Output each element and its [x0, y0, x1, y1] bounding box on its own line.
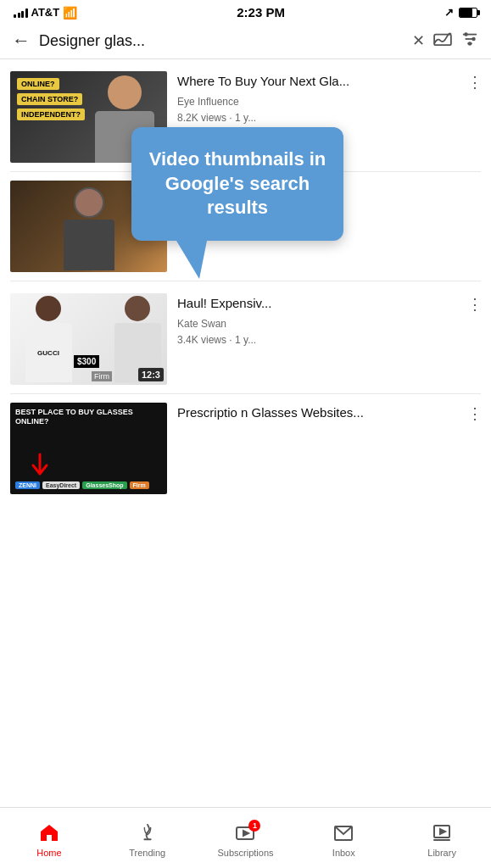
filter-icon[interactable]: [460, 31, 479, 51]
svg-point-5: [471, 36, 476, 41]
svg-point-4: [464, 32, 468, 36]
video-more-4[interactable]: ⋮: [467, 404, 483, 423]
thumbnail-3: GUCCI $300 Firm 12:3: [10, 293, 167, 385]
video-list: ONLINE? CHAIN STORE? INDEPENDENT? 16:23 …: [0, 59, 491, 506]
subscriptions-label: Subscriptions: [217, 848, 273, 858]
video-meta-3: 3.4K views · 1 y...: [177, 332, 481, 348]
nav-home[interactable]: Home: [0, 818, 98, 858]
divider-2: [10, 281, 481, 281]
battery-icon: [459, 8, 477, 18]
thumb-logo-firm: Firm: [130, 481, 149, 489]
video-info-1: Where To Buy Your Next Gla... Eye Influe…: [177, 71, 481, 126]
video-item-3[interactable]: GUCCI $300 Firm 12:3 Haul! Expensiv... K…: [0, 285, 491, 393]
svg-marker-9: [243, 831, 248, 836]
annotation-text: Video thumbnails in Google's search resu…: [148, 147, 326, 220]
location-icon: ↗: [444, 6, 454, 19]
status-time: 2:23 PM: [237, 5, 285, 19]
library-icon: [432, 823, 452, 845]
annotation-overlay: Video thumbnails in Google's search resu…: [131, 127, 343, 241]
content-area: ONLINE? CHAIN STORE? INDEPENDENT? 16:23 …: [0, 59, 491, 567]
thumb-tag-chain: CHAIN STORE?: [17, 93, 82, 105]
search-query[interactable]: Designer glas...: [39, 32, 404, 50]
thumb-logo-zenni: ZENNI: [15, 481, 40, 489]
trending-label: Trending: [129, 848, 165, 858]
thumb-tag-independent: INDEPENDENT?: [17, 108, 85, 120]
nav-inbox[interactable]: Inbox: [294, 818, 393, 858]
thumb-tag-online: ONLINE?: [17, 78, 59, 90]
thumb-logo-easy: EasyDirect: [42, 481, 80, 489]
svg-point-6: [468, 42, 472, 46]
status-left: AT&T 📶: [14, 6, 77, 19]
speech-bubble: Video thumbnails in Google's search resu…: [131, 127, 343, 241]
cast-icon[interactable]: [433, 31, 452, 51]
inbox-icon: [333, 823, 354, 845]
video-title-3: Haul! Expensiv...: [177, 295, 481, 312]
thumb-logo-glasses: GlassesShop: [82, 481, 126, 489]
subscriptions-icon: 1: [235, 823, 255, 845]
library-label: Library: [427, 848, 456, 858]
nav-library[interactable]: Library: [393, 818, 491, 858]
wifi-icon: 📶: [63, 6, 77, 19]
video-more-1[interactable]: ⋮: [467, 73, 483, 92]
video-item-4[interactable]: BEST PLACE TO BUY GLASSES ONLINE? ZENNI …: [0, 394, 491, 503]
carrier-label: AT&T: [31, 6, 60, 19]
video-channel-1: Eye Influence: [177, 94, 481, 110]
thumb-4-title: BEST PLACE TO BUY GLASSES ONLINE?: [15, 408, 162, 426]
video-channel-3: Kate Swan: [177, 316, 481, 332]
svg-marker-12: [440, 829, 445, 834]
video-info-3: Haul! Expensiv... Kate Swan 3.4K views ·…: [177, 293, 481, 348]
video-info-4: Prescriptio n Glasses Websites...: [177, 403, 481, 426]
status-right: ↗: [444, 6, 477, 19]
home-label: Home: [36, 848, 61, 858]
video-duration-3: 12:3: [138, 368, 164, 381]
back-button[interactable]: ←: [12, 30, 31, 52]
video-more-3[interactable]: ⋮: [467, 295, 483, 314]
video-meta-1: 8.2K views · 1 y...: [177, 110, 481, 126]
trending-icon: [138, 823, 157, 845]
thumbnail-4: BEST PLACE TO BUY GLASSES ONLINE? ZENNI …: [10, 403, 167, 494]
close-button[interactable]: ✕: [412, 31, 425, 50]
home-icon: [39, 823, 59, 845]
status-bar: AT&T 📶 2:23 PM ↗: [0, 0, 491, 23]
video-title-1: Where To Buy Your Next Gla...: [177, 73, 481, 90]
bottom-nav: Home Trending 1 Subscriptions: [0, 807, 491, 868]
inbox-label: Inbox: [332, 848, 355, 858]
bubble-tail: [174, 236, 208, 279]
signal-icon: [14, 8, 28, 18]
nav-trending[interactable]: Trending: [98, 818, 197, 858]
video-title-4: Prescriptio n Glasses Websites...: [177, 404, 481, 421]
nav-subscriptions[interactable]: 1 Subscriptions: [197, 818, 295, 858]
search-bar: ← Designer glas... ✕: [0, 23, 491, 59]
subscriptions-badge: 1: [248, 820, 260, 832]
